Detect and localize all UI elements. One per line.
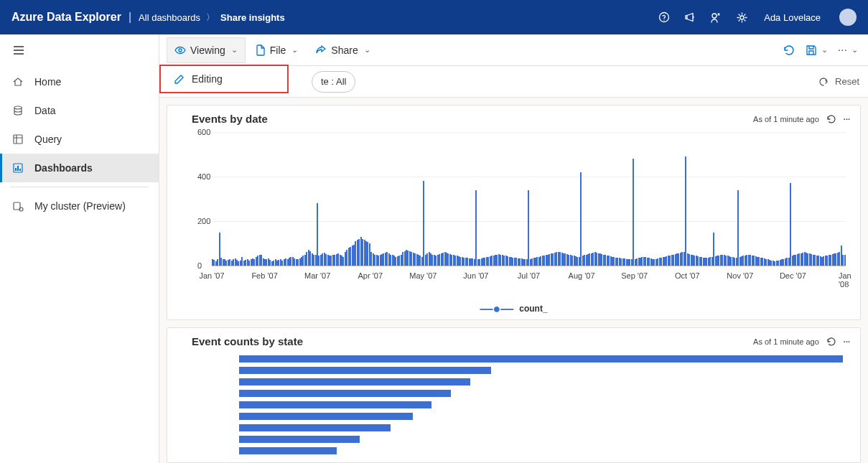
card-title: Events by date [192, 113, 268, 125]
more-icon[interactable]: ··· [844, 337, 850, 346]
x-tick: Aug '07 [569, 271, 595, 280]
chart-legend: —●—count_ [167, 304, 860, 314]
x-tick: Jan '08 [839, 271, 853, 289]
avatar[interactable] [839, 9, 857, 26]
hbar-bar [239, 390, 451, 397]
sidebar-item-label: Home [34, 76, 61, 88]
svg-point-3 [740, 16, 744, 19]
editing-mode-option[interactable]: Editing [159, 65, 289, 93]
eye-icon [174, 46, 186, 55]
share-icon [315, 45, 327, 55]
user-name[interactable]: Ada Lovelace [764, 12, 821, 23]
card-title: Event counts by state [192, 335, 303, 347]
refresh-icon[interactable] [783, 44, 795, 57]
x-tick: May '07 [409, 271, 437, 280]
hbar-bar [239, 355, 843, 363]
refresh-icon[interactable] [826, 337, 836, 347]
chevron-down-icon: ⌄ [851, 45, 858, 55]
gear-icon[interactable] [735, 11, 748, 24]
sidebar-item-data[interactable]: Data [0, 96, 159, 125]
hbar-bar [239, 424, 391, 431]
x-tick: Jun '07 [463, 271, 488, 280]
hamburger-icon[interactable] [0, 34, 159, 66]
y-tick: 600 [197, 128, 210, 136]
share-label: Share [331, 45, 358, 56]
file-button[interactable]: File ⌄ [248, 37, 306, 63]
share-button[interactable]: Share ⌄ [308, 37, 377, 63]
sidebar-item-label: My cluster (Preview) [34, 200, 126, 212]
y-tick: 200 [197, 217, 210, 225]
svg-rect-5 [14, 135, 22, 144]
home-icon [11, 75, 24, 88]
sidebar-item-query[interactable]: Query [0, 125, 159, 154]
sidebar-item-dashboards[interactable]: Dashboards [0, 154, 159, 182]
pencil-icon [174, 74, 185, 85]
chevron-down-icon: ⌄ [821, 45, 828, 55]
title-divider: | [129, 11, 131, 24]
hbar-row: TEXAS [239, 353, 843, 365]
reset-label[interactable]: Reset [835, 76, 859, 87]
feedback-icon[interactable] [709, 11, 722, 24]
state-filter-pill[interactable]: te : All [312, 71, 355, 93]
svg-point-1 [664, 19, 665, 20]
app-title: Azure Data Explorer [11, 11, 121, 24]
state-chart: TEXASMISSOURINEBRASKAPENNSYLVANIASOUTH D… [167, 349, 860, 462]
events-chart: 0200400600Jan '07Feb '07Mar '07Apr '07Ma… [167, 126, 860, 319]
undo-icon[interactable] [818, 76, 829, 87]
hbar-bar [239, 367, 491, 374]
hbar-bar [239, 436, 360, 443]
svg-rect-7 [15, 168, 17, 171]
sidebar-item-label: Data [34, 105, 56, 116]
svg-point-2 [712, 14, 717, 18]
hbar-row: MONTANA [239, 411, 843, 422]
breadcrumb-page: Share insights [220, 12, 285, 23]
more-icon[interactable]: ··· [844, 115, 850, 123]
x-tick: Dec '07 [780, 271, 806, 280]
sidebar-item-label: Query [34, 134, 62, 145]
more-icon[interactable]: ··· ⌄ [838, 44, 858, 57]
cluster-icon [11, 200, 24, 212]
chevron-down-icon: ⌄ [231, 45, 238, 55]
hbar-row: MARYLAND [239, 445, 843, 457]
help-icon[interactable] [658, 11, 671, 24]
x-tick: Jan '07 [199, 271, 224, 280]
chevron-down-icon: ⌄ [291, 45, 298, 55]
sidebar-item-label: Dashboards [34, 162, 93, 174]
database-icon [11, 104, 24, 117]
hbar-row: NORTH DAKOTA [239, 434, 843, 445]
sidebar: Home Data Query Dashboards My clust [0, 34, 159, 463]
refresh-icon[interactable] [826, 114, 836, 124]
sidebar-item-home[interactable]: Home [0, 67, 159, 96]
hbar-bar [239, 413, 413, 420]
svg-point-12 [179, 49, 182, 52]
save-icon[interactable]: ⌄ [806, 45, 828, 56]
editing-label: Editing [192, 73, 223, 85]
filter-row: Editing te : All Reset [159, 66, 868, 98]
file-label: File [270, 45, 286, 56]
chevron-down-icon: ⌄ [364, 45, 370, 55]
event-counts-by-state-card: Event counts by state As of 1 minute ago… [167, 327, 861, 463]
hbar-bar [239, 401, 431, 408]
chevron-right-icon: 〉 [206, 11, 215, 24]
hbar-row: MISSOURI [239, 365, 843, 376]
sidebar-item-mycluster[interactable]: My cluster (Preview) [0, 192, 159, 220]
y-tick: 400 [197, 172, 210, 181]
x-tick: Nov '07 [727, 271, 753, 280]
breadcrumb: All dashboards 〉 Share insights [139, 11, 285, 24]
x-tick: Jul '07 [518, 271, 540, 280]
asof-label: As of 1 minute ago [753, 337, 819, 346]
dashboard-icon [11, 162, 24, 174]
x-tick: Oct '07 [675, 271, 700, 280]
y-tick: 0 [197, 261, 202, 270]
megaphone-icon[interactable] [683, 11, 696, 24]
hbar-row: PENNSYLVANIA [239, 388, 843, 399]
viewing-mode-button[interactable]: Viewing ⌄ [167, 37, 246, 63]
hbar-bar [239, 378, 470, 385]
svg-point-4 [14, 106, 22, 109]
svg-rect-9 [19, 169, 21, 171]
breadcrumb-root[interactable]: All dashboards [139, 12, 200, 23]
pill-text: te : All [321, 76, 346, 87]
x-tick: Sep '07 [621, 271, 648, 280]
events-by-date-card: Events by date As of 1 minute ago ··· 02… [167, 105, 861, 320]
hbar-row: SOUTH DAKOTA [239, 399, 843, 411]
